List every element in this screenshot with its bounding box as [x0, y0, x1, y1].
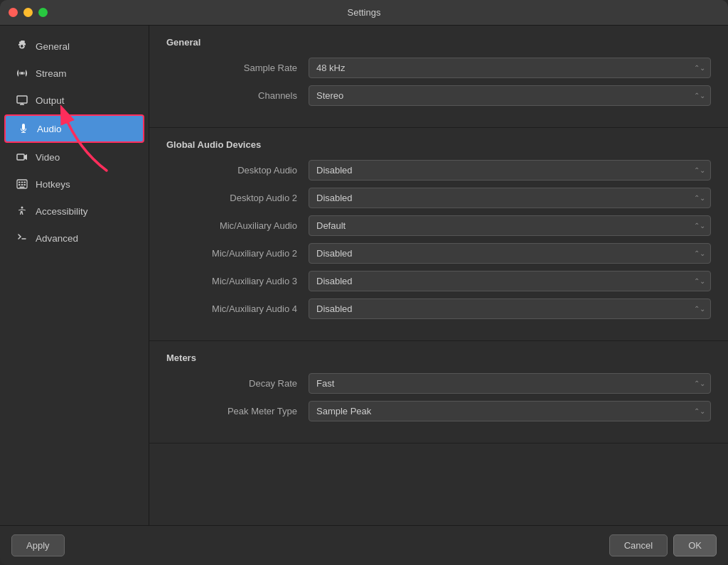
sidebar-item-stream[interactable]: Stream	[4, 60, 144, 86]
svg-rect-6	[18, 182, 21, 183]
sidebar-item-hotkeys-label: Hotkeys	[36, 179, 70, 190]
audio-icon	[17, 122, 30, 135]
hotkeys-icon	[16, 178, 28, 190]
mic-aux-audio-2-label: Mic/Auxiliary Audio 2	[166, 248, 309, 259]
sidebar-item-hotkeys[interactable]: Hotkeys	[4, 171, 144, 197]
desktop-audio-control[interactable]: Disabled Default	[309, 160, 711, 181]
apply-button[interactable]: Apply	[11, 534, 65, 556]
channels-row: Channels Mono Stereo 2.1 4.0 4.1 5.1 7.1	[166, 85, 711, 106]
sidebar-item-output[interactable]: Output	[4, 87, 144, 113]
decay-rate-row: Decay Rate Fast Medium Slow	[166, 373, 711, 394]
sidebar-item-accessibility[interactable]: Accessibility	[4, 198, 144, 224]
traffic-lights	[9, 8, 48, 17]
sample-rate-select[interactable]: 44.1 kHz 48 kHz	[309, 58, 711, 78]
peak-meter-type-control[interactable]: Sample Peak True Peak	[309, 401, 711, 421]
svg-rect-11	[24, 184, 26, 185]
sidebar-item-general-label: General	[36, 41, 70, 52]
mic-aux-audio-label: Mic/Auxiliary Audio	[166, 220, 309, 231]
svg-rect-12	[20, 187, 25, 188]
sidebar-item-stream-label: Stream	[36, 68, 67, 79]
advanced-icon	[16, 232, 28, 244]
decay-rate-label: Decay Rate	[166, 378, 309, 389]
maximize-button[interactable]	[38, 8, 48, 17]
mic-aux-audio-3-row: Mic/Auxiliary Audio 3 Disabled Default	[166, 271, 711, 291]
minimize-button[interactable]	[23, 8, 33, 17]
main-content: General Stream	[0, 26, 728, 525]
mic-aux-audio-3-control[interactable]: Disabled Default	[309, 271, 711, 291]
title-bar: Settings	[0, 0, 728, 26]
settings-window: Settings General	[0, 0, 728, 565]
content-area: General Sample Rate 44.1 kHz 48 kHz Chan…	[149, 26, 728, 525]
mic-aux-audio-control[interactable]: Disabled Default	[309, 215, 711, 236]
decay-rate-control[interactable]: Fast Medium Slow	[309, 373, 711, 394]
sidebar-item-output-label: Output	[36, 95, 65, 106]
close-button[interactable]	[9, 8, 18, 17]
peak-meter-type-label: Peak Meter Type	[166, 406, 309, 416]
svg-rect-9	[18, 184, 21, 185]
general-section-title: General	[166, 37, 711, 48]
sample-rate-row: Sample Rate 44.1 kHz 48 kHz	[166, 58, 711, 78]
sidebar-item-audio[interactable]: Audio	[4, 114, 144, 143]
bottom-right-actions: Cancel OK	[609, 534, 717, 556]
cancel-button[interactable]: Cancel	[609, 534, 668, 556]
svg-rect-10	[21, 184, 23, 185]
output-icon	[16, 94, 28, 107]
sidebar: General Stream	[0, 26, 149, 525]
bottom-bar: Apply Cancel OK	[0, 525, 728, 565]
general-section: General Sample Rate 44.1 kHz 48 kHz Chan…	[149, 26, 728, 128]
peak-meter-type-select[interactable]: Sample Peak True Peak	[309, 401, 711, 421]
mic-aux-audio-2-control[interactable]: Disabled Default	[309, 243, 711, 264]
svg-rect-8	[24, 182, 26, 183]
svg-rect-7	[21, 182, 23, 183]
sample-rate-control[interactable]: 44.1 kHz 48 kHz	[309, 58, 711, 78]
meters-section-title: Meters	[166, 353, 711, 363]
channels-label: Channels	[166, 90, 309, 101]
channels-control[interactable]: Mono Stereo 2.1 4.0 4.1 5.1 7.1	[309, 85, 711, 106]
svg-point-13	[21, 207, 23, 209]
sidebar-item-video[interactable]: Video	[4, 144, 144, 170]
meters-section: Meters Decay Rate Fast Medium Slow Peak …	[149, 341, 728, 443]
desktop-audio-2-label: Desktop Audio 2	[166, 193, 309, 203]
desktop-audio-row: Desktop Audio Disabled Default	[166, 160, 711, 181]
sidebar-item-advanced-label: Advanced	[36, 233, 78, 244]
mic-aux-audio-2-row: Mic/Auxiliary Audio 2 Disabled Default	[166, 243, 711, 264]
gear-icon	[16, 40, 28, 53]
mic-aux-audio-row: Mic/Auxiliary Audio Disabled Default	[166, 215, 711, 236]
mic-aux-audio-select[interactable]: Disabled Default	[309, 215, 711, 236]
decay-rate-select[interactable]: Fast Medium Slow	[309, 373, 711, 394]
bottom-left-actions: Apply	[11, 534, 65, 556]
svg-point-0	[21, 72, 23, 75]
desktop-audio-label: Desktop Audio	[166, 165, 309, 176]
sidebar-item-video-label: Video	[36, 152, 60, 163]
mic-aux-audio-3-label: Mic/Auxiliary Audio 3	[166, 276, 309, 286]
mic-aux-audio-3-select[interactable]: Disabled Default	[309, 271, 711, 291]
global-audio-devices-section: Global Audio Devices Desktop Audio Disab…	[149, 128, 728, 341]
mic-aux-audio-2-select[interactable]: Disabled Default	[309, 243, 711, 264]
mic-aux-audio-4-row: Mic/Auxiliary Audio 4 Disabled Default	[166, 298, 711, 319]
sidebar-item-advanced[interactable]: Advanced	[4, 225, 144, 251]
mic-aux-audio-4-label: Mic/Auxiliary Audio 4	[166, 303, 309, 314]
video-icon	[16, 151, 28, 163]
peak-meter-type-row: Peak Meter Type Sample Peak True Peak	[166, 401, 711, 421]
desktop-audio-2-row: Desktop Audio 2 Disabled Default	[166, 188, 711, 208]
sidebar-item-general[interactable]: General	[4, 33, 144, 59]
sidebar-item-audio-label: Audio	[37, 124, 62, 134]
mic-aux-audio-4-control[interactable]: Disabled Default	[309, 298, 711, 319]
svg-rect-1	[17, 96, 27, 103]
window-title: Settings	[348, 7, 381, 18]
channels-select[interactable]: Mono Stereo 2.1 4.0 4.1 5.1 7.1	[309, 85, 711, 106]
desktop-audio-2-select[interactable]: Disabled Default	[309, 188, 711, 208]
stream-icon	[16, 67, 28, 80]
desktop-audio-select[interactable]: Disabled Default	[309, 160, 711, 181]
mic-aux-audio-4-select[interactable]: Disabled Default	[309, 298, 711, 319]
desktop-audio-2-control[interactable]: Disabled Default	[309, 188, 711, 208]
accessibility-icon	[16, 205, 28, 217]
ok-button[interactable]: OK	[673, 534, 717, 556]
svg-rect-4	[17, 154, 24, 160]
global-audio-devices-title: Global Audio Devices	[166, 139, 711, 150]
sidebar-item-accessibility-label: Accessibility	[36, 206, 88, 217]
sample-rate-label: Sample Rate	[166, 63, 309, 73]
